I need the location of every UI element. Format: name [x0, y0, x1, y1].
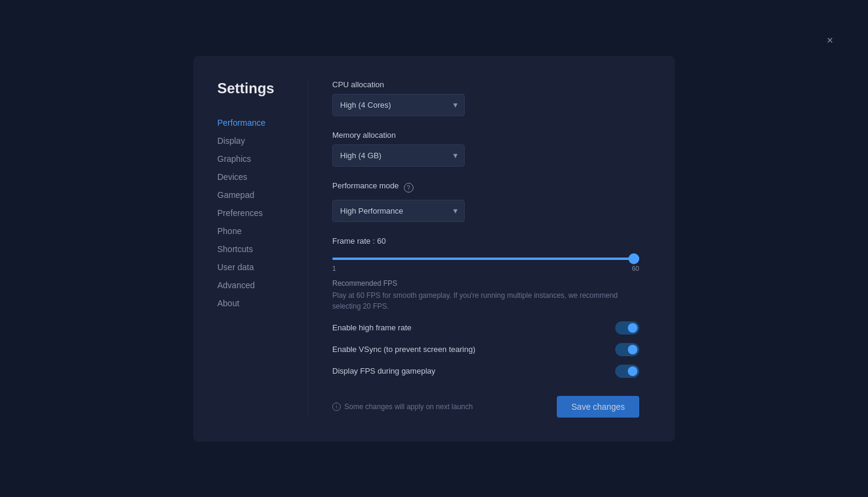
performance-mode-row: Performance mode ?	[332, 181, 651, 195]
frame-rate-max-label: 60	[632, 265, 639, 272]
content-panel: CPU allocation High (4 Cores) Medium (2 …	[308, 80, 675, 418]
sidebar-item-about[interactable]: About	[217, 294, 308, 312]
performance-mode-help-icon[interactable]: ?	[404, 183, 414, 193]
toggle-label-high-frame-rate: Enable high frame rate	[332, 323, 412, 332]
toggle-row-vsync: Enable VSync (to prevent screen tearing)	[332, 343, 639, 356]
memory-allocation-wrapper: High (4 GB) Medium (2 GB) Low (1 GB)	[332, 144, 465, 167]
performance-mode-select[interactable]: High Performance Balanced Power Saver	[332, 200, 465, 222]
sidebar-item-preferences[interactable]: Preferences	[217, 204, 308, 222]
memory-allocation-select[interactable]: High (4 GB) Medium (2 GB) Low (1 GB)	[332, 144, 465, 167]
toggle-vsync[interactable]	[615, 343, 639, 356]
performance-mode-section: Performance mode ? High Performance Bala…	[332, 181, 651, 222]
sidebar-item-performance[interactable]: Performance	[217, 114, 308, 132]
frame-rate-section: Frame rate : 60 1 60	[332, 236, 651, 272]
toggle-display-fps[interactable]	[615, 365, 639, 378]
cpu-allocation-select[interactable]: High (4 Cores) Medium (2 Cores) Low (1 C…	[332, 94, 465, 116]
frame-rate-slider[interactable]	[332, 258, 639, 260]
sidebar-item-user-data[interactable]: User data	[217, 258, 308, 276]
toggle-slider-vsync	[615, 343, 639, 356]
cpu-allocation-wrapper: High (4 Cores) Medium (2 Cores) Low (1 C…	[332, 94, 465, 116]
memory-allocation-section: Memory allocation High (4 GB) Medium (2 …	[332, 131, 651, 167]
footer-note-text: Some changes will apply on next launch	[344, 403, 473, 411]
sidebar: Settings PerformanceDisplayGraphicsDevic…	[193, 80, 308, 418]
footer-info-icon: i	[332, 403, 341, 411]
frame-rate-slider-container: 1 60	[332, 252, 639, 272]
toggle-row-high-frame-rate: Enable high frame rate	[332, 321, 639, 335]
sidebar-item-display[interactable]: Display	[217, 132, 308, 150]
cpu-allocation-section: CPU allocation High (4 Cores) Medium (2 …	[332, 80, 651, 116]
footer-note: i Some changes will apply on next launch	[332, 403, 473, 411]
toggle-slider-display-fps	[615, 365, 639, 378]
toggle-slider-high-frame-rate	[615, 321, 639, 335]
recommended-fps-section: Recommended FPS Play at 60 FPS for smoot…	[332, 279, 651, 312]
cpu-allocation-label: CPU allocation	[332, 80, 651, 89]
settings-dialog: Settings PerformanceDisplayGraphicsDevic…	[193, 56, 675, 442]
performance-mode-wrapper: High Performance Balanced Power Saver	[332, 200, 465, 222]
toggle-high-frame-rate[interactable]	[615, 321, 639, 335]
settings-title: Settings	[217, 80, 308, 97]
sidebar-item-phone[interactable]: Phone	[217, 222, 308, 240]
save-changes-button[interactable]: Save changes	[557, 396, 639, 418]
performance-mode-label: Performance mode	[332, 181, 399, 190]
frame-rate-label: Frame rate : 60	[332, 236, 651, 245]
sidebar-item-shortcuts[interactable]: Shortcuts	[217, 240, 308, 258]
sidebar-item-gamepad[interactable]: Gamepad	[217, 186, 308, 204]
sidebar-item-graphics[interactable]: Graphics	[217, 150, 308, 168]
close-button[interactable]: ×	[826, 35, 833, 46]
footer: i Some changes will apply on next launch…	[332, 396, 639, 418]
toggle-label-display-fps: Display FPS during gameplay	[332, 366, 435, 375]
frame-rate-min-label: 1	[332, 265, 336, 272]
recommended-fps-desc: Play at 60 FPS for smooth gameplay. If y…	[332, 290, 639, 312]
sidebar-item-advanced[interactable]: Advanced	[217, 276, 308, 294]
memory-allocation-label: Memory allocation	[332, 131, 651, 140]
recommended-fps-title: Recommended FPS	[332, 279, 651, 288]
toggle-label-vsync: Enable VSync (to prevent screen tearing)	[332, 345, 476, 354]
sidebar-item-devices[interactable]: Devices	[217, 168, 308, 186]
toggle-row-display-fps: Display FPS during gameplay	[332, 365, 639, 378]
